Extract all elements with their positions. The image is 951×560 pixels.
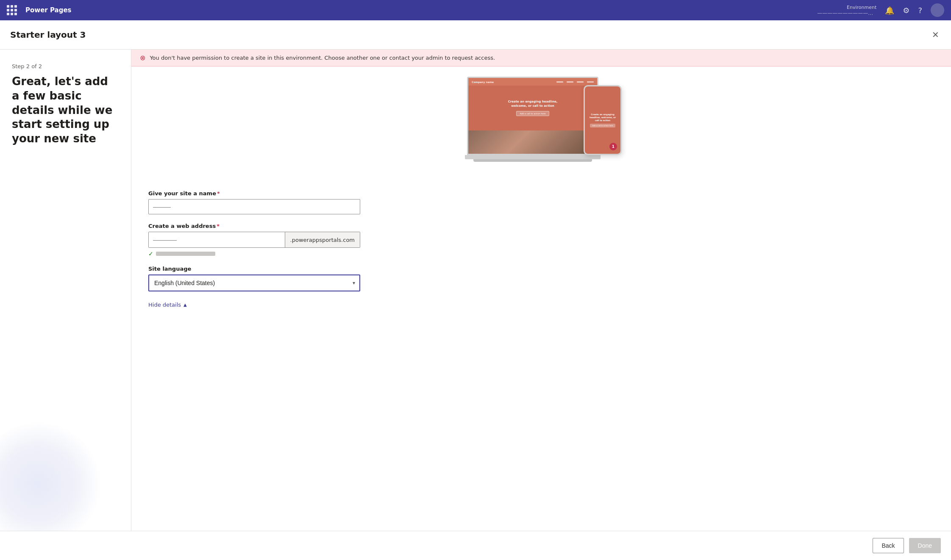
error-circle-icon: ⊗: [140, 54, 145, 62]
phone-badge: 1: [609, 143, 617, 150]
step-title: Great, let's add a few basic details whi…: [12, 75, 119, 146]
bell-icon[interactable]: 🔔: [885, 6, 894, 15]
app-launcher-icon[interactable]: [7, 5, 17, 15]
form-section: Give your site a name* Create a web addr…: [148, 190, 360, 308]
gear-icon[interactable]: ⚙: [903, 6, 909, 15]
site-name-required: *: [217, 190, 220, 197]
back-button[interactable]: Back: [873, 538, 904, 553]
page-header: Starter layout 3 ✕: [0, 20, 951, 50]
validation-row: ✓: [148, 250, 360, 257]
check-icon: ✓: [148, 250, 153, 257]
web-address-required: *: [217, 223, 220, 229]
site-language-group: Site language English (United States) Fr…: [148, 266, 360, 291]
laptop-nav-logo: Company name: [472, 80, 494, 83]
hide-details-label: Hide details: [148, 302, 181, 308]
page-footer: Back Done: [0, 531, 951, 560]
phone-headline: Create an engaging headline, welcome, or…: [588, 113, 617, 122]
laptop-screen: Company name Create an eng: [467, 77, 598, 155]
close-button[interactable]: ✕: [930, 28, 941, 42]
done-button[interactable]: Done: [909, 538, 941, 553]
app-title: Power Pages: [25, 6, 812, 14]
site-language-select[interactable]: English (United States) French (France) …: [148, 274, 360, 291]
topbar: Power Pages Environment ————————————— 🔔 …: [0, 0, 951, 20]
web-address-label: Create a web address*: [148, 223, 360, 229]
sidebar: Step 2 of 2 Great, let's add a few basic…: [0, 50, 131, 531]
environment-selector[interactable]: Environment —————————————: [817, 5, 876, 16]
step-label: Step 2 of 2: [12, 63, 119, 69]
error-banner: ⊗ You don't have permission to create a …: [131, 50, 951, 67]
error-message: You don't have permission to create a si…: [150, 55, 495, 61]
decorative-blob: [0, 421, 102, 531]
environment-label: Environment: [847, 5, 876, 10]
hide-details-link[interactable]: Hide details ▲: [148, 302, 187, 308]
laptop-image-strip: [468, 130, 597, 154]
site-name-label: Give your site a name*: [148, 190, 360, 197]
laptop-base: [465, 155, 601, 159]
laptop-nav: Company name: [468, 78, 597, 86]
laptop-nav-links: [556, 81, 594, 83]
phone-mockup: Create an engaging headline, welcome, or…: [584, 85, 622, 155]
phone-cta: Add a call to action here: [590, 124, 616, 128]
laptop-hero: Create an engaging headline,welcome, or …: [468, 86, 597, 130]
laptop-headline: Create an engaging headline,welcome, or …: [508, 100, 558, 108]
web-address-group: Create a web address* .powerappsportals.…: [148, 223, 360, 257]
laptop-cta: Add a call to action here: [516, 111, 550, 116]
site-language-select-wrapper: English (United States) French (France) …: [148, 274, 360, 291]
web-address-suffix: .powerappsportals.com: [285, 232, 360, 247]
laptop-foot: [473, 159, 592, 162]
page-title: Starter layout 3: [10, 30, 86, 40]
preview-mockup: Company name Create an eng: [461, 77, 622, 178]
site-language-label: Site language: [148, 266, 360, 272]
web-address-wrapper: .powerappsportals.com: [148, 232, 360, 248]
content-body: Company name Create an eng: [131, 67, 951, 531]
avatar[interactable]: [931, 3, 944, 17]
content-area: ⊗ You don't have permission to create a …: [131, 50, 951, 531]
site-name-group: Give your site a name*: [148, 190, 360, 214]
environment-name: —————————————: [817, 10, 876, 16]
site-name-input[interactable]: [148, 199, 360, 214]
web-address-input[interactable]: [149, 232, 285, 247]
main-layout: Step 2 of 2 Great, let's add a few basic…: [0, 50, 951, 531]
topbar-right-area: Environment ————————————— 🔔 ⚙ ?: [817, 3, 944, 17]
help-icon[interactable]: ?: [918, 6, 922, 15]
laptop-mockup: Company name Create an eng: [461, 77, 605, 170]
validation-text: [156, 252, 215, 256]
preview-container: Company name Create an eng: [148, 77, 934, 178]
chevron-up-icon: ▲: [184, 302, 187, 307]
